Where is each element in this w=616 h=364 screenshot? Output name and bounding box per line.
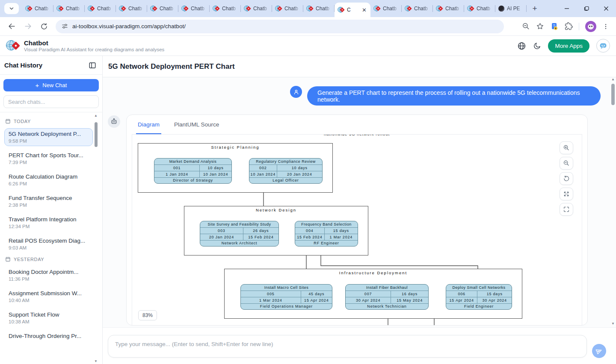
reset-zoom-button[interactable]: [560, 172, 573, 185]
chat-item-title: Drive-Through Ordering Pr...: [9, 333, 89, 339]
task-id: 002: [249, 165, 277, 171]
task-end-date: 1 Mar 2024: [325, 234, 358, 240]
address-bar[interactable]: ai-toolbox.visual-paradigm.com/app/chatb…: [56, 20, 504, 33]
visual-paradigm-favicon: [436, 5, 443, 12]
task-id: 006: [446, 291, 477, 297]
reading-list-extension-icon[interactable]: [550, 22, 559, 31]
browser-tab[interactable]: Chatb: [433, 0, 464, 17]
chat-scrollbar[interactable]: ▲ ▼: [611, 78, 615, 326]
scroll-up-icon[interactable]: ▲: [611, 77, 615, 81]
chat-item-time: 2:38 PM: [9, 203, 89, 208]
visual-paradigm-favicon: [25, 5, 32, 12]
task-start-date: 1 Mar 2024: [241, 297, 301, 303]
search-chats-input[interactable]: [3, 95, 99, 108]
scroll-down-icon[interactable]: ▼: [94, 359, 98, 363]
reload-button[interactable]: [37, 19, 51, 34]
chat-history-item[interactable]: Retail POS Ecosystem Diag...9:03 AM: [4, 235, 93, 253]
visual-paradigm-favicon: [275, 5, 282, 12]
section-label: TODAY: [14, 119, 31, 124]
chat-history-item[interactable]: Support Ticket Flow10:38 AM: [4, 309, 93, 327]
chat-history-item[interactable]: PERT Chart for Sports Tour...7:39 PM: [4, 150, 93, 167]
sidebar-scrollbar[interactable]: ▲ ▼: [95, 114, 98, 363]
browser-tab[interactable]: Chatb: [272, 0, 303, 17]
browser-tab[interactable]: Chatb: [210, 0, 241, 17]
browser-tab[interactable]: AI PE: [495, 0, 527, 17]
chat-item-time: 10:40 AM: [9, 298, 89, 303]
browser-tab[interactable]: Chatb: [147, 0, 178, 17]
tab-plantuml-source[interactable]: PlantUML Source: [174, 115, 219, 134]
reload-icon: [40, 23, 48, 30]
send-button[interactable]: [592, 344, 606, 358]
task-owner: Legal Officer: [249, 178, 322, 184]
chat-history-item[interactable]: 5G Network Deployment P...9:58 PM: [4, 128, 93, 146]
task-end-date: 15 Feb 2024: [243, 234, 278, 240]
ai-site-favicon: [498, 6, 504, 12]
chat-history-item[interactable]: Travel Platform Integration12:34 PM: [4, 214, 93, 232]
visual-paradigm-logo: [6, 39, 20, 53]
zoom-out-button[interactable]: [560, 157, 573, 170]
browser-tab[interactable]: Chatb: [178, 0, 210, 17]
new-chat-button[interactable]: +New Chat: [3, 79, 99, 91]
person-icon: [293, 89, 299, 95]
new-tab-button[interactable]: +: [528, 2, 541, 15]
browser-tab[interactable]: Chatb: [370, 0, 402, 17]
browser-tab[interactable]: Chatb: [303, 0, 335, 17]
message-input[interactable]: [108, 335, 587, 358]
profile-avatar[interactable]: [585, 21, 596, 32]
task-owner: Director of Strategy: [154, 178, 231, 184]
back-button[interactable]: [4, 19, 19, 34]
more-apps-button[interactable]: More Apps: [548, 39, 589, 53]
task-name: Deploy Small Cell Networks: [446, 285, 512, 291]
chat-scrollbar-thumb[interactable]: [611, 84, 615, 105]
browser-tab[interactable]: Chatb: [116, 0, 147, 17]
pert-task-box: Site Survey and Feasibility Study00326 d…: [200, 221, 279, 247]
chat-history-item[interactable]: Fund Transfer Sequence2:38 PM: [4, 192, 93, 210]
browser-menu-icon[interactable]: [602, 23, 609, 30]
browser-tab[interactable]: Chatb: [241, 0, 272, 17]
chat-history-item[interactable]: Assignment Submission W...10:40 AM: [4, 288, 93, 305]
window-minimize-button[interactable]: [557, 0, 577, 17]
tab-title: Chatb: [316, 6, 332, 12]
pert-task-box: Frequency Band Selection00415 days15 Feb…: [295, 221, 358, 247]
chat-section-header: YESTERDAY: [5, 256, 93, 262]
fullscreen-button[interactable]: [560, 203, 573, 216]
bookmark-star-icon[interactable]: [536, 22, 544, 30]
zoom-page-icon[interactable]: [522, 22, 530, 30]
tab-diagram[interactable]: Diagram: [138, 115, 160, 134]
browser-tab[interactable]: Chatb: [22, 0, 53, 17]
section-label: YESTERDAY: [14, 257, 44, 262]
chat-history-item[interactable]: Route Calculation Diagram6:26 PM: [4, 171, 93, 189]
browser-tab[interactable]: Chatb: [85, 0, 116, 17]
browser-tab-active[interactable]: C✕: [335, 3, 370, 17]
scroll-up-icon[interactable]: ▲: [94, 114, 98, 117]
browser-tab[interactable]: Chatb: [53, 0, 85, 17]
tab-title: Chatb: [191, 6, 207, 12]
task-duration: 16 days: [391, 291, 428, 297]
visual-paradigm-favicon: [405, 5, 412, 12]
pert-task-box: Install Fiber Backhaul00716 days30 Apr 2…: [345, 284, 429, 310]
task-name: Regulatory Compliance Review: [249, 159, 322, 165]
tab-search-chevron-button[interactable]: [4, 3, 19, 14]
diagram-viewport[interactable]: nationwide 5G network rollout: [132, 134, 582, 326]
window-maximize-button[interactable]: [577, 0, 596, 17]
pert-task-box: Market Demand Analysis00110 days1 Jan 20…: [154, 158, 232, 184]
fit-to-screen-button[interactable]: [560, 188, 573, 200]
tab-close-icon[interactable]: ✕: [361, 7, 367, 13]
scroll-down-icon[interactable]: ▼: [611, 322, 615, 326]
url-text: ai-toolbox.visual-paradigm.com/app/chatb…: [72, 23, 186, 29]
forward-button[interactable]: [21, 19, 35, 34]
zoom-level-badge: 83%: [138, 310, 157, 320]
collapse-panel-icon[interactable]: [89, 62, 96, 69]
dark-mode-moon-icon[interactable]: [533, 42, 541, 50]
extensions-puzzle-icon[interactable]: [565, 22, 573, 30]
chat-item-title: Retail POS Ecosystem Diag...: [9, 238, 89, 244]
chat-history-item[interactable]: Drive-Through Ordering Pr...: [4, 330, 93, 342]
zoom-in-button[interactable]: [560, 141, 573, 154]
chat-history-item[interactable]: Booking Doctor Appointm...11:36 PM: [4, 266, 93, 284]
chatbot-badge-icon[interactable]: [596, 39, 610, 53]
language-globe-icon[interactable]: [517, 41, 526, 50]
sidebar-scrollbar-thumb[interactable]: [95, 122, 98, 147]
browser-tab[interactable]: Chatb: [402, 0, 433, 17]
window-close-button[interactable]: [596, 0, 616, 17]
browser-tab[interactable]: Chatb: [464, 0, 495, 17]
